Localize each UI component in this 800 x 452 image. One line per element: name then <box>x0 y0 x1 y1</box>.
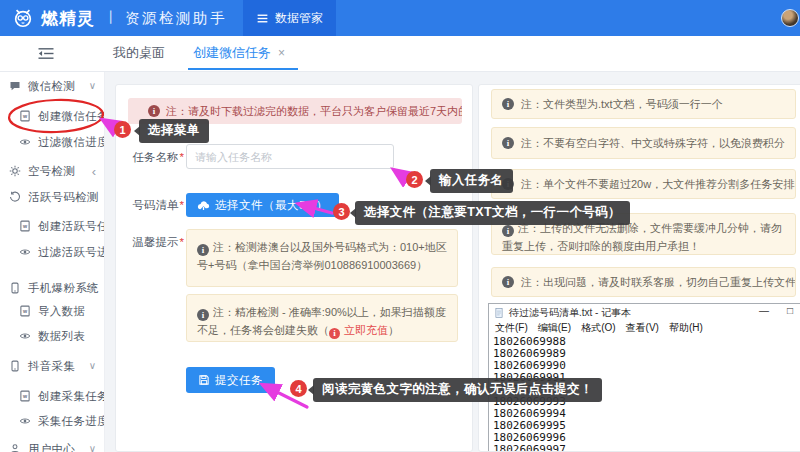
menu-edit[interactable]: 编辑(E) <box>538 321 571 335</box>
recharge-link[interactable]: 立即充值 <box>329 324 388 336</box>
menu-help[interactable]: 帮助(H) <box>669 321 703 335</box>
notepad-file-icon <box>494 307 504 319</box>
menu-view[interactable]: 查看(V) <box>626 321 659 335</box>
sidebar-item-data-list[interactable]: 数据列表 <box>0 324 105 348</box>
info-icon <box>502 225 514 237</box>
info-icon <box>502 276 514 288</box>
history-icon <box>9 191 21 203</box>
info-icon <box>148 105 160 117</box>
save-icon <box>198 374 210 386</box>
accuracy-tip-note: 注：精准检测 - 准确率:90%以上，如果扫描额度不足，任务将会创建失败（立即充… <box>186 294 458 342</box>
sidebar-item-phone-fans-system[interactable]: 手机爆粉系统 <box>0 276 105 300</box>
tab-label: 创建微信任务 <box>193 45 271 60</box>
sidebar-item-douyin-collect[interactable]: 抖音采集 <box>0 354 105 378</box>
retention-alert-text: 注：请及时下载过滤完的数据，平台只为客户保留最近7天内的数据！ <box>166 104 462 119</box>
tab-create-wechat-task[interactable]: 创建微信任务× <box>193 36 285 70</box>
user-icon <box>9 443 21 452</box>
svg-text:w: w <box>22 308 28 314</box>
chevron-down-icon <box>89 81 96 91</box>
sidebar-item-filter-wechat-progress[interactable]: 过滤微信进度 <box>0 130 105 154</box>
svg-text:w: w <box>22 393 28 399</box>
step-tooltip-4: 阅读完黄色文字的注意，确认无误后点击提交！ <box>313 378 602 402</box>
info-icon <box>197 244 209 256</box>
step-tooltip-3: 选择文件（注意要TXT文档，一行一个号码） <box>355 201 630 225</box>
phone-icon <box>9 360 21 372</box>
hamburger-icon <box>256 12 269 25</box>
required-asterisk: * <box>180 236 184 248</box>
minimize-icon[interactable]: — <box>755 305 773 316</box>
submit-task-button[interactable]: 提交任务 <box>186 367 275 393</box>
sidebar-item-create-collect-task[interactable]: w 创建采集任务 <box>0 384 105 408</box>
chevron-down-icon <box>89 361 96 371</box>
sidebar-item-filter-active-progress[interactable]: 过滤活跃号进度 <box>0 240 105 264</box>
step-badge-1: 1 <box>114 121 131 138</box>
tab-label: 我的桌面 <box>113 45 165 60</box>
doc-icon: w <box>19 390 31 402</box>
menu-file[interactable]: 文件(F) <box>495 321 528 335</box>
menu-format[interactable]: 格式(O) <box>581 321 615 335</box>
data-manager-button[interactable]: 数据管家 <box>243 0 336 36</box>
chevron-left-icon <box>92 165 96 178</box>
sidebar-item-user-center[interactable]: 用户中心 <box>0 437 105 452</box>
doc-icon: w <box>19 305 31 317</box>
doc-icon: w <box>19 110 31 122</box>
info-icon <box>329 328 340 339</box>
phone-number-line: 18026069997 <box>493 444 800 452</box>
info-icon <box>502 98 514 110</box>
sidebar-item-create-active-task[interactable]: w 创建活跃号任务 <box>0 214 105 238</box>
eye-icon <box>19 136 31 148</box>
note-file-type: 注：文件类型为.txt文档，号码须一行一个 <box>491 89 796 119</box>
sidebar-item-wechat-detect[interactable]: 微信检测 <box>0 74 105 98</box>
notepad-title-bar[interactable]: 待过滤号码清单.txt - 记事本 — □ <box>489 304 800 321</box>
chevron-down-icon <box>89 192 96 202</box>
maximize-icon[interactable]: □ <box>781 305 799 316</box>
app-logo: 燃精灵 丨 资源检测助手 <box>12 7 227 30</box>
info-icon <box>502 137 514 149</box>
chat-icon <box>9 80 21 92</box>
step-tooltip-2: 输入任务名 <box>430 169 513 193</box>
product-name: 资源检测助手 <box>125 9 227 28</box>
note-contact-support: 注：出现问题，请及时联系客服，切勿自己重复上传文件！ <box>491 267 796 297</box>
sidebar-collapse-icon[interactable] <box>37 46 55 61</box>
step-badge-2: 2 <box>406 171 423 188</box>
number-list-label: 号码清单* <box>120 198 184 213</box>
doc-icon: w <box>19 220 31 232</box>
notepad-title: 待过滤号码清单.txt - 记事本 <box>509 306 631 320</box>
sidebar-item-collect-task-progress[interactable]: 采集任务进度 <box>0 409 105 433</box>
required-asterisk: * <box>180 151 184 163</box>
gear-icon <box>9 165 21 177</box>
user-avatar[interactable] <box>781 9 799 27</box>
chevron-down-icon <box>89 283 96 293</box>
eye-icon <box>19 246 31 258</box>
active-tab-underline <box>188 68 298 70</box>
sidebar-nav: 微信检测 w 创建微信任务 过滤微信进度 空号检测 活跃号码检测 w 创建活跃号… <box>0 72 105 452</box>
data-manager-label: 数据管家 <box>275 10 323 27</box>
svg-text:w: w <box>22 113 28 119</box>
notepad-menu-bar: 文件(F) 编辑(E) 格式(O) 查看(V) 帮助(H) <box>489 321 800 335</box>
sidebar-item-create-wechat-task[interactable]: w 创建微信任务 <box>0 104 105 128</box>
note-no-blank-chars: 注：不要有空白字符、中文或特殊字符，以免浪费积分 <box>491 127 796 159</box>
format-tip-note: 注：检测港澳台以及国外号码格式为：010+地区号+号码（拿中国台湾举例01088… <box>186 229 458 287</box>
tab-my-desktop[interactable]: 我的桌面 <box>113 36 165 70</box>
task-name-label: 任务名称* <box>120 150 184 165</box>
chevron-down-icon <box>89 444 96 452</box>
tab-close-icon[interactable]: × <box>278 46 285 60</box>
sidebar-item-empty-number-detect[interactable]: 空号检测 <box>0 159 105 183</box>
eye-icon <box>19 330 31 342</box>
note-file-size-limit: 注：单个文件不要超过20w，大文件推荐分割多任务安排！ <box>491 169 796 199</box>
eye-icon <box>19 415 31 427</box>
sidebar-item-import-data[interactable]: w 导入数据 <box>0 299 105 323</box>
app-header: 燃精灵 丨 资源检测助手 数据管家 <box>0 0 800 36</box>
mascot-logo-icon <box>12 7 34 29</box>
step-tooltip-1: 选择菜单 <box>139 119 209 143</box>
choose-file-button[interactable]: 选择文件（最大5M） <box>186 193 339 217</box>
phone-icon <box>9 282 21 294</box>
sidebar-item-active-number-detect[interactable]: 活跃号码检测 <box>0 185 105 209</box>
brand-name: 燃精灵 <box>41 7 95 30</box>
app-root: { "header": { "brand": "燃精灵", "divider":… <box>0 0 800 452</box>
task-name-input[interactable] <box>186 144 394 169</box>
tips-label: 温馨提示* <box>120 235 184 250</box>
svg-text:w: w <box>22 223 28 229</box>
tab-bar: 我的桌面 创建微信任务× <box>0 36 800 72</box>
upload-cloud-icon <box>197 199 210 212</box>
